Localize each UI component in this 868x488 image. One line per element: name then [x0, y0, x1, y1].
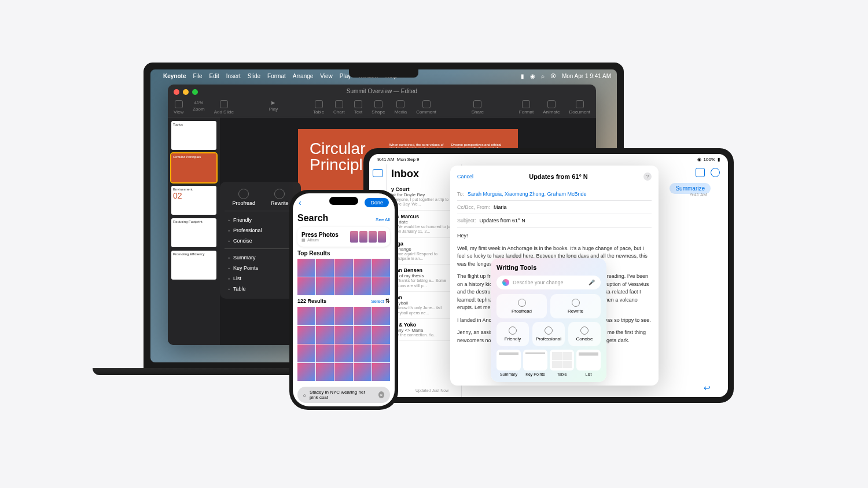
tone-friendly[interactable]: Friendly [225, 215, 296, 225]
action-list[interactable]: List [225, 273, 296, 284]
text-tool[interactable]: Text [354, 100, 363, 115]
search-icon[interactable]: ⌕ [541, 73, 545, 79]
format-tool[interactable]: Format [519, 100, 534, 115]
photo-thumb[interactable] [297, 277, 315, 295]
photo-thumb[interactable] [354, 363, 372, 381]
photo-thumb[interactable] [354, 259, 372, 277]
table-card[interactable]: Table [550, 350, 574, 376]
mic-icon[interactable]: 🎤 [589, 280, 595, 285]
tone-concise[interactable]: Concise [225, 236, 296, 246]
photo-thumb[interactable] [316, 326, 334, 344]
photo-thumb[interactable] [334, 307, 352, 325]
menu-edit[interactable]: Edit [209, 73, 219, 79]
add-slide-tool[interactable]: Add Slide [214, 100, 234, 115]
photo-thumb[interactable] [316, 307, 334, 325]
proofread-button[interactable]: Proofread [496, 294, 547, 318]
keypoints-card[interactable]: Key Points [523, 350, 547, 376]
photo-thumb[interactable] [372, 259, 390, 277]
mail-item[interactable]: than Bensenraft of my thesisia! Thanks f… [391, 265, 457, 292]
photo-thumb[interactable] [334, 344, 352, 362]
photo-thumb[interactable] [316, 277, 334, 295]
subject-field[interactable]: Subject: Updates from 61° N [457, 214, 652, 228]
play-tool[interactable]: ▶Play [269, 100, 278, 115]
search-bar[interactable]: ⌕ Stacey in NYC wearing her pink coat × [297, 387, 390, 403]
photo-thumb[interactable] [334, 259, 352, 277]
menu-arrange[interactable]: Arrange [293, 73, 314, 79]
photo-thumb[interactable] [316, 344, 334, 362]
app-menu[interactable]: Keynote [163, 73, 186, 79]
done-button[interactable]: Done [365, 198, 389, 207]
photo-thumb[interactable] [297, 344, 315, 362]
view-tool[interactable]: View [174, 100, 183, 115]
professional-button[interactable]: Professional [532, 322, 565, 346]
zoom-tool[interactable]: 41%Zoom [193, 100, 204, 115]
slide-thumb[interactable]: Environment02 [171, 186, 216, 215]
photo-thumb[interactable] [372, 307, 390, 325]
table-tool[interactable]: Table [313, 100, 324, 115]
menu-slide[interactable]: Slide [248, 73, 260, 79]
battery-icon[interactable]: ▮ [521, 73, 524, 79]
photo-thumb[interactable] [372, 344, 390, 362]
see-all-link[interactable]: See All [376, 217, 390, 222]
photo-thumb[interactable] [372, 277, 390, 295]
slide-thumb[interactable]: Reducing Footprint [171, 218, 216, 247]
clear-icon[interactable]: × [378, 391, 384, 398]
album-card[interactable]: Press Photos ▦Album [297, 227, 390, 247]
tone-professional[interactable]: Professional [225, 225, 296, 236]
mail-item[interactable]: Tranolleyballg, I know it's only June...… [391, 292, 457, 319]
action-summary[interactable]: Summary [225, 252, 296, 263]
menu-file[interactable]: File [193, 73, 202, 79]
list-card[interactable]: List [576, 350, 601, 376]
action-table[interactable]: Table [225, 284, 296, 294]
shape-tool[interactable]: Shape [372, 100, 385, 115]
concise-button[interactable]: Concise [568, 322, 601, 346]
photo-thumb[interactable] [334, 363, 352, 381]
menu-format[interactable]: Format [267, 73, 286, 79]
compose-icon[interactable] [696, 168, 705, 177]
photo-thumb[interactable] [334, 326, 352, 344]
slide-thumb[interactable]: Topics [171, 121, 216, 150]
datetime[interactable]: Mon Apr 1 9:41 AM [562, 73, 611, 79]
maximize-button[interactable] [192, 89, 198, 95]
photo-thumb[interactable] [334, 277, 352, 295]
photo-thumb[interactable] [354, 326, 372, 344]
friendly-button[interactable]: Friendly [496, 322, 529, 346]
cc-field[interactable]: Cc/Bcc, From: Maria [457, 201, 652, 214]
photo-thumb[interactable] [372, 326, 390, 344]
control-center-icon[interactable]: ⦿ [550, 73, 556, 79]
photo-thumb[interactable] [297, 259, 315, 277]
rewrite-button[interactable]: Rewrite [271, 189, 289, 206]
menu-insert[interactable]: Insert [226, 73, 241, 79]
photo-thumb[interactable] [354, 277, 372, 295]
minimize-button[interactable] [183, 89, 189, 95]
photo-thumb[interactable] [316, 363, 334, 381]
reply-icon[interactable]: ↩ [704, 383, 711, 392]
action-keypoints[interactable]: Key Points [225, 263, 296, 273]
mail-item[interactable]: ny & YokoJenny <> Marias for the connect… [391, 319, 457, 341]
photo-thumb[interactable] [297, 363, 315, 381]
proofread-button[interactable]: Proofread [232, 189, 255, 206]
document-tool[interactable]: Document [569, 100, 590, 115]
back-button[interactable]: ‹ [299, 198, 301, 207]
media-tool[interactable]: Media [394, 100, 407, 115]
animate-tool[interactable]: Animate [543, 100, 560, 115]
sidebar-toggle-icon[interactable] [373, 169, 383, 177]
photo-thumb[interactable] [297, 326, 315, 344]
menu-view[interactable]: View [320, 73, 333, 79]
slide-thumb[interactable]: Promoting Efficiency [171, 251, 216, 280]
summary-card[interactable]: Summary [496, 350, 521, 376]
cancel-button[interactable]: Cancel [457, 174, 473, 179]
photo-thumb[interactable] [297, 307, 315, 325]
rewrite-button[interactable]: Rewrite [550, 294, 601, 318]
slide-thumb[interactable]: Circular Principles [171, 153, 216, 182]
mail-item[interactable]: Vegaexchangeat time again! Respond to pa… [391, 238, 457, 265]
photo-thumb[interactable] [316, 259, 334, 277]
to-field[interactable]: To: Sarah Murguia, Xiaomeng Zhong, Graha… [457, 188, 652, 201]
photo-thumb[interactable] [354, 344, 372, 362]
sort-icon[interactable]: ⇅ [385, 298, 390, 304]
help-icon[interactable]: ? [643, 173, 652, 181]
comment-tool[interactable]: Comment [416, 100, 436, 115]
close-button[interactable] [174, 89, 179, 95]
wt-input[interactable]: Describe your change 🎤 [496, 276, 601, 289]
wifi-icon[interactable]: ◉ [530, 73, 535, 79]
